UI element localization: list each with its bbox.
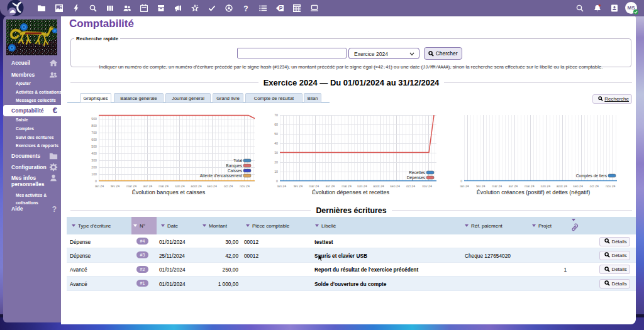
svg-text:Dépenses: Dépenses bbox=[407, 175, 426, 180]
svg-text:Caisses: Caisses bbox=[228, 168, 243, 173]
svg-text:500: 500 bbox=[91, 145, 97, 148]
svg-text:avr 24: avr 24 bbox=[143, 184, 153, 187]
svg-text:Recettes: Recettes bbox=[409, 170, 425, 175]
svg-text:300: 300 bbox=[91, 158, 97, 162]
svg-text:600: 600 bbox=[91, 138, 97, 141]
svg-text:août 24: août 24 bbox=[557, 184, 567, 187]
svg-text:fév 24: fév 24 bbox=[294, 184, 303, 187]
svg-text:avr 24: avr 24 bbox=[326, 184, 335, 187]
svg-text:juin 24: juin 24 bbox=[357, 184, 367, 187]
svg-text:juin 24: juin 24 bbox=[174, 184, 184, 187]
svg-text:oct 24: oct 24 bbox=[406, 184, 415, 187]
svg-text:mar 24: mar 24 bbox=[309, 184, 319, 187]
svg-text:juin 24: juin 24 bbox=[540, 184, 550, 187]
svg-text:70: 70 bbox=[274, 113, 278, 117]
svg-text:900: 900 bbox=[91, 117, 97, 121]
svg-text:mar 24: mar 24 bbox=[126, 184, 136, 187]
svg-text:avr 24: avr 24 bbox=[509, 184, 518, 187]
svg-text:mar 24: mar 24 bbox=[492, 184, 502, 187]
svg-text:fév 24: fév 24 bbox=[476, 184, 485, 187]
svg-text:30: 30 bbox=[274, 151, 278, 155]
svg-text:?: ? bbox=[243, 4, 248, 12]
svg-text:200: 200 bbox=[91, 165, 97, 169]
svg-text:fév 24: fév 24 bbox=[111, 184, 119, 187]
svg-text:0: 0 bbox=[460, 179, 462, 183]
svg-text:nov 24: nov 24 bbox=[422, 184, 432, 187]
svg-text:nov 24: nov 24 bbox=[240, 184, 250, 187]
svg-text:50: 50 bbox=[274, 132, 278, 136]
svg-text:0: 0 bbox=[276, 179, 278, 183]
svg-text:60: 60 bbox=[274, 123, 278, 126]
svg-text:août 24: août 24 bbox=[191, 184, 201, 187]
svg-text:P: P bbox=[279, 5, 283, 11]
svg-text:100: 100 bbox=[91, 172, 97, 176]
svg-text:jan 24: jan 24 bbox=[277, 184, 286, 187]
svg-text:Total: Total bbox=[233, 158, 242, 163]
svg-text:400: 400 bbox=[91, 151, 97, 155]
svg-text:Comptes de tiers: Comptes de tiers bbox=[576, 173, 608, 179]
svg-text:sep 24: sep 24 bbox=[207, 184, 217, 187]
svg-text:sep 24: sep 24 bbox=[390, 184, 400, 187]
svg-text:jan 24: jan 24 bbox=[94, 184, 104, 187]
svg-text:700: 700 bbox=[91, 131, 97, 135]
svg-text:800: 800 bbox=[91, 124, 97, 128]
svg-text:mai 24: mai 24 bbox=[158, 184, 169, 187]
svg-text:0: 0 bbox=[95, 179, 97, 183]
svg-text:mai 24: mai 24 bbox=[341, 184, 352, 187]
svg-text:20: 20 bbox=[274, 160, 278, 164]
svg-text:oct 24: oct 24 bbox=[224, 184, 233, 187]
svg-text:jan 24: jan 24 bbox=[460, 184, 469, 187]
svg-text:sep 24: sep 24 bbox=[573, 184, 583, 187]
svg-text:10: 10 bbox=[274, 170, 278, 173]
svg-text:Banques: Banques bbox=[226, 163, 242, 168]
svg-text:nov 24: nov 24 bbox=[606, 184, 616, 187]
svg-text:août 24: août 24 bbox=[373, 184, 384, 187]
svg-text:mai 24: mai 24 bbox=[525, 184, 535, 187]
svg-text:oct 24: oct 24 bbox=[590, 184, 599, 187]
svg-text:Attente d'encaissement: Attente d'encaissement bbox=[200, 173, 243, 178]
svg-text:40: 40 bbox=[274, 141, 278, 145]
